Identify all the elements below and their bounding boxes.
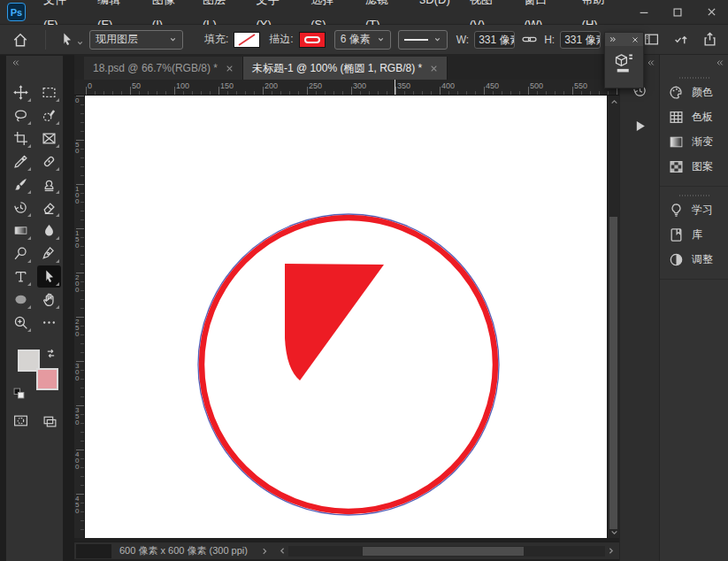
panel-button-dock: 颜色色板渐变图案学习库调整 bbox=[659, 55, 728, 561]
vertical-scrollbar[interactable] bbox=[607, 96, 619, 538]
document-tab[interactable]: 未标题-1 @ 100% (椭圆 1, RGB/8) * bbox=[243, 57, 448, 80]
panel-button-libraries[interactable]: 库 bbox=[660, 222, 728, 247]
panel-close-icon[interactable] bbox=[632, 36, 639, 43]
panel-group: 颜色色板渐变图案 bbox=[660, 69, 728, 179]
horizontal-scroll-track[interactable] bbox=[288, 546, 605, 557]
ruler-origin-box[interactable] bbox=[74, 80, 85, 96]
scroll-left-icon[interactable] bbox=[278, 547, 288, 555]
path-selection-tool-icon[interactable] bbox=[37, 265, 61, 288]
ruler-label: 200 bbox=[264, 81, 278, 90]
crop-tool-icon[interactable] bbox=[9, 127, 33, 150]
link-dimensions-icon[interactable] bbox=[522, 32, 537, 47]
color-selector bbox=[6, 348, 63, 406]
tab-close-icon[interactable] bbox=[430, 65, 438, 73]
stroke-swatch[interactable] bbox=[299, 32, 326, 48]
ellipse-tool-icon[interactable] bbox=[9, 288, 33, 311]
panel-button-pattern[interactable]: 图案 bbox=[660, 154, 728, 179]
canvas[interactable] bbox=[85, 96, 607, 538]
default-colors-icon[interactable] bbox=[13, 388, 25, 399]
sync-status-icon[interactable] bbox=[673, 32, 688, 47]
panel-button-adjustments[interactable]: 调整 bbox=[660, 247, 728, 272]
stroke-type-dropdown[interactable] bbox=[398, 30, 448, 50]
lasso-tool-icon[interactable] bbox=[9, 104, 33, 127]
panel-button-bulb[interactable]: 学习 bbox=[660, 197, 728, 222]
current-tool-icon[interactable] bbox=[59, 32, 84, 47]
height-label: H: bbox=[544, 34, 555, 46]
horizontal-scroll-thumb[interactable] bbox=[363, 547, 524, 556]
pen-tool-icon[interactable] bbox=[37, 242, 61, 265]
panel-label: 色板 bbox=[692, 110, 713, 125]
floating-panel bbox=[604, 32, 644, 88]
quick-selection-tool-icon[interactable] bbox=[37, 104, 61, 127]
tab-close-icon[interactable] bbox=[226, 65, 234, 73]
frame-tool-icon[interactable] bbox=[37, 127, 61, 150]
ruler-label: 450 bbox=[486, 81, 499, 90]
tools-panel bbox=[5, 55, 64, 561]
eyedropper-tool-icon[interactable] bbox=[9, 150, 33, 173]
group-grip[interactable] bbox=[679, 195, 709, 196]
3d-panel-icon[interactable] bbox=[605, 46, 643, 75]
vertical-scroll-thumb[interactable] bbox=[609, 217, 617, 529]
background-color-swatch[interactable] bbox=[36, 368, 58, 390]
chevron-down-icon bbox=[377, 35, 385, 43]
panel-label: 颜色 bbox=[692, 85, 713, 100]
ellipse-stroke-shape[interactable] bbox=[202, 218, 495, 511]
hand-tool-icon[interactable] bbox=[37, 288, 61, 311]
collapse-toolbar-icon[interactable] bbox=[6, 56, 63, 69]
eraser-tool-icon[interactable] bbox=[37, 196, 61, 219]
ruler-label: 400 bbox=[441, 81, 455, 90]
type-tool-icon[interactable] bbox=[9, 265, 33, 288]
clone-stamp-tool-icon[interactable] bbox=[37, 173, 61, 196]
dodge-tool-icon[interactable] bbox=[9, 242, 33, 265]
share-icon[interactable] bbox=[702, 32, 717, 47]
scroll-down-icon[interactable] bbox=[608, 526, 620, 538]
ruler-label: 3 5 0 bbox=[75, 407, 79, 426]
photoshop-logo: Ps bbox=[7, 3, 26, 21]
brush-tool-icon[interactable] bbox=[9, 173, 33, 196]
move-tool-icon[interactable] bbox=[9, 81, 33, 104]
workspace-switcher-icon[interactable] bbox=[644, 32, 659, 47]
more-tools-icon[interactable] bbox=[37, 311, 61, 334]
panel-label: 图案 bbox=[692, 159, 713, 174]
width-field[interactable]: 331 像素 bbox=[474, 31, 515, 49]
collapse-dock-icon[interactable] bbox=[660, 55, 728, 69]
minimize-icon[interactable] bbox=[627, 0, 661, 24]
zoom-level-field[interactable] bbox=[76, 544, 111, 558]
gradient-tool-icon[interactable] bbox=[9, 219, 33, 242]
panel-collapse-icon[interactable] bbox=[609, 35, 617, 43]
history-brush-tool-icon[interactable] bbox=[9, 196, 33, 219]
panel-label: 库 bbox=[692, 227, 702, 242]
panel-button-gradient[interactable]: 渐变 bbox=[660, 129, 728, 154]
ruler-label: 0 bbox=[88, 81, 92, 90]
stroke-width-dropdown[interactable]: 6 像素 bbox=[334, 30, 391, 50]
rectangular-marquee-tool-icon[interactable] bbox=[37, 81, 61, 104]
quick-mask-icon[interactable] bbox=[11, 413, 30, 428]
maximize-icon[interactable] bbox=[661, 0, 694, 24]
screen-mode-icon[interactable] bbox=[42, 413, 58, 428]
scroll-up-icon[interactable] bbox=[608, 96, 620, 108]
document-tab[interactable]: 18.psd @ 66.7%(RGB/8) * bbox=[84, 57, 243, 80]
swap-colors-icon[interactable] bbox=[45, 348, 57, 359]
zoom-tool-icon[interactable] bbox=[9, 311, 33, 334]
status-options-icon[interactable] bbox=[260, 547, 269, 556]
height-field[interactable]: 331 像素 bbox=[560, 31, 601, 49]
actions-play-icon[interactable] bbox=[620, 111, 659, 140]
horizontal-ruler[interactable]: 050100150200250300350400450500550 bbox=[74, 80, 619, 96]
empty-dock-space bbox=[660, 279, 728, 561]
stroke-width-value: 6 像素 bbox=[341, 32, 372, 47]
panel-button-palette[interactable]: 颜色 bbox=[660, 80, 728, 104]
tool-preset-dropdown[interactable]: 现用图层 bbox=[89, 30, 183, 50]
vertical-ruler[interactable]: 05 01 0 01 5 02 0 02 5 03 0 03 5 04 0 04… bbox=[74, 96, 85, 538]
fill-swatch[interactable] bbox=[234, 32, 260, 48]
blur-tool-icon[interactable] bbox=[37, 219, 61, 242]
panel-button-swatches[interactable]: 色板 bbox=[660, 104, 728, 129]
close-icon[interactable] bbox=[694, 0, 728, 24]
scroll-right-icon[interactable] bbox=[605, 547, 616, 555]
group-grip[interactable] bbox=[679, 77, 709, 79]
healing-brush-tool-icon[interactable] bbox=[37, 150, 61, 173]
home-icon[interactable] bbox=[12, 32, 28, 48]
horizontal-scrollbar[interactable] bbox=[278, 545, 616, 557]
fill-label: 填充: bbox=[204, 32, 228, 47]
ruler-label: 50 bbox=[132, 81, 141, 90]
red-wedge-shape[interactable] bbox=[285, 264, 384, 380]
